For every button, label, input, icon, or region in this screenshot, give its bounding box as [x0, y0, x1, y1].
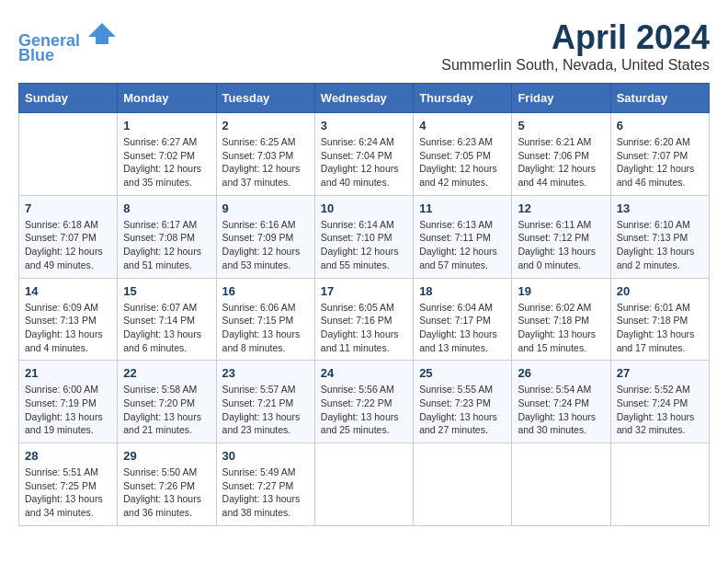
- day-info: Sunrise: 6:05 AM Sunset: 7:16 PM Dayligh…: [321, 301, 407, 355]
- week-row-5: 28Sunrise: 5:51 AM Sunset: 7:25 PM Dayli…: [19, 443, 710, 526]
- calendar-cell: 1Sunrise: 6:27 AM Sunset: 7:02 PM Daylig…: [118, 113, 216, 196]
- calendar-cell: 4Sunrise: 6:23 AM Sunset: 7:05 PM Daylig…: [414, 113, 512, 196]
- day-info: Sunrise: 6:24 AM Sunset: 7:04 PM Dayligh…: [321, 135, 407, 190]
- calendar-cell: 29Sunrise: 5:50 AM Sunset: 7:26 PM Dayli…: [118, 443, 216, 526]
- day-number: 22: [123, 366, 210, 380]
- day-number: 21: [25, 366, 111, 380]
- day-number: 9: [222, 201, 309, 215]
- calendar-cell: [414, 443, 512, 526]
- day-number: 23: [222, 366, 309, 380]
- day-info: Sunrise: 6:00 AM Sunset: 7:19 PM Dayligh…: [25, 383, 111, 437]
- day-number: 30: [222, 449, 309, 463]
- calendar-cell: 16Sunrise: 6:06 AM Sunset: 7:15 PM Dayli…: [216, 278, 314, 361]
- calendar-cell: 7Sunrise: 6:18 AM Sunset: 7:07 PM Daylig…: [19, 195, 118, 278]
- logo-icon: [88, 18, 116, 46]
- day-info: Sunrise: 5:55 AM Sunset: 7:23 PM Dayligh…: [419, 383, 506, 437]
- week-row-3: 14Sunrise: 6:09 AM Sunset: 7:13 PM Dayli…: [19, 278, 710, 361]
- day-number: 5: [518, 119, 604, 132]
- day-info: Sunrise: 6:18 AM Sunset: 7:07 PM Dayligh…: [25, 218, 111, 272]
- calendar-cell: 28Sunrise: 5:51 AM Sunset: 7:25 PM Dayli…: [19, 443, 118, 526]
- day-number: 3: [321, 119, 407, 132]
- day-info: Sunrise: 6:10 AM Sunset: 7:13 PM Dayligh…: [617, 218, 703, 272]
- calendar-cell: 5Sunrise: 6:21 AM Sunset: 7:06 PM Daylig…: [512, 113, 610, 196]
- logo: General Blue: [18, 18, 116, 65]
- calendar-cell: 20Sunrise: 6:01 AM Sunset: 7:18 PM Dayli…: [610, 278, 709, 361]
- day-info: Sunrise: 6:21 AM Sunset: 7:06 PM Dayligh…: [518, 135, 604, 190]
- svg-marker-0: [88, 23, 116, 44]
- day-number: 18: [419, 284, 506, 298]
- calendar-cell: 14Sunrise: 6:09 AM Sunset: 7:13 PM Dayli…: [19, 278, 118, 361]
- day-info: Sunrise: 5:57 AM Sunset: 7:21 PM Dayligh…: [222, 383, 309, 437]
- day-number: 16: [222, 284, 309, 298]
- calendar-cell: 9Sunrise: 6:16 AM Sunset: 7:09 PM Daylig…: [216, 195, 314, 278]
- day-info: Sunrise: 6:11 AM Sunset: 7:12 PM Dayligh…: [518, 218, 604, 272]
- calendar-cell: 12Sunrise: 6:11 AM Sunset: 7:12 PM Dayli…: [512, 195, 610, 278]
- day-number: 8: [123, 201, 210, 215]
- day-number: 4: [419, 119, 506, 132]
- day-info: Sunrise: 6:25 AM Sunset: 7:03 PM Dayligh…: [222, 135, 309, 190]
- calendar-cell: 19Sunrise: 6:02 AM Sunset: 7:18 PM Dayli…: [512, 278, 610, 361]
- day-number: 6: [617, 119, 703, 132]
- day-number: 2: [222, 119, 309, 132]
- day-number: 14: [25, 284, 111, 298]
- calendar-cell: 17Sunrise: 6:05 AM Sunset: 7:16 PM Dayli…: [314, 278, 413, 361]
- day-info: Sunrise: 6:20 AM Sunset: 7:07 PM Dayligh…: [617, 135, 703, 190]
- weekday-header-thursday: Thursday: [414, 84, 512, 113]
- calendar-cell: 25Sunrise: 5:55 AM Sunset: 7:23 PM Dayli…: [414, 361, 512, 443]
- day-number: 12: [518, 201, 604, 215]
- day-info: Sunrise: 6:23 AM Sunset: 7:05 PM Dayligh…: [419, 135, 506, 190]
- day-number: 1: [123, 119, 210, 132]
- day-info: Sunrise: 6:01 AM Sunset: 7:18 PM Dayligh…: [617, 301, 703, 355]
- calendar-cell: 23Sunrise: 5:57 AM Sunset: 7:21 PM Dayli…: [216, 361, 314, 443]
- day-info: Sunrise: 6:06 AM Sunset: 7:15 PM Dayligh…: [222, 301, 309, 355]
- day-number: 26: [518, 366, 604, 380]
- calendar-cell: 21Sunrise: 6:00 AM Sunset: 7:19 PM Dayli…: [19, 361, 118, 443]
- week-row-2: 7Sunrise: 6:18 AM Sunset: 7:07 PM Daylig…: [19, 195, 710, 278]
- week-row-1: 1Sunrise: 6:27 AM Sunset: 7:02 PM Daylig…: [19, 113, 710, 196]
- calendar-cell: 3Sunrise: 6:24 AM Sunset: 7:04 PM Daylig…: [314, 113, 413, 196]
- day-info: Sunrise: 6:13 AM Sunset: 7:11 PM Dayligh…: [419, 218, 506, 272]
- day-info: Sunrise: 5:58 AM Sunset: 7:20 PM Dayligh…: [123, 383, 210, 437]
- weekday-header-monday: Monday: [118, 84, 216, 113]
- calendar-cell: 30Sunrise: 5:49 AM Sunset: 7:27 PM Dayli…: [216, 443, 314, 526]
- calendar-cell: 15Sunrise: 6:07 AM Sunset: 7:14 PM Dayli…: [118, 278, 216, 361]
- weekday-header-sunday: Sunday: [19, 84, 118, 113]
- calendar-cell: 8Sunrise: 6:17 AM Sunset: 7:08 PM Daylig…: [118, 195, 216, 278]
- day-number: 13: [617, 201, 703, 215]
- calendar-cell: 13Sunrise: 6:10 AM Sunset: 7:13 PM Dayli…: [610, 195, 709, 278]
- weekday-header-wednesday: Wednesday: [314, 84, 413, 113]
- day-info: Sunrise: 5:52 AM Sunset: 7:24 PM Dayligh…: [617, 383, 703, 437]
- day-info: Sunrise: 6:16 AM Sunset: 7:09 PM Dayligh…: [222, 218, 309, 272]
- day-info: Sunrise: 5:54 AM Sunset: 7:24 PM Dayligh…: [518, 383, 604, 437]
- calendar-cell: 26Sunrise: 5:54 AM Sunset: 7:24 PM Dayli…: [512, 361, 610, 443]
- day-number: 27: [617, 366, 703, 380]
- day-info: Sunrise: 6:14 AM Sunset: 7:10 PM Dayligh…: [321, 218, 407, 272]
- day-number: 19: [518, 284, 604, 298]
- page-header: General Blue April 2024 Summerlin South,…: [18, 18, 710, 74]
- week-row-4: 21Sunrise: 6:00 AM Sunset: 7:19 PM Dayli…: [19, 361, 710, 443]
- day-info: Sunrise: 5:56 AM Sunset: 7:22 PM Dayligh…: [321, 383, 407, 437]
- calendar-table: SundayMondayTuesdayWednesdayThursdayFrid…: [18, 83, 710, 526]
- weekday-header-friday: Friday: [512, 84, 610, 113]
- day-info: Sunrise: 6:04 AM Sunset: 7:17 PM Dayligh…: [419, 301, 506, 355]
- day-info: Sunrise: 6:07 AM Sunset: 7:14 PM Dayligh…: [123, 301, 210, 355]
- day-number: 24: [321, 366, 407, 380]
- day-info: Sunrise: 6:27 AM Sunset: 7:02 PM Dayligh…: [123, 135, 210, 190]
- day-info: Sunrise: 5:51 AM Sunset: 7:25 PM Dayligh…: [25, 465, 111, 520]
- calendar-cell: 11Sunrise: 6:13 AM Sunset: 7:11 PM Dayli…: [414, 195, 512, 278]
- weekday-header-row: SundayMondayTuesdayWednesdayThursdayFrid…: [19, 84, 710, 113]
- day-info: Sunrise: 5:49 AM Sunset: 7:27 PM Dayligh…: [222, 465, 309, 520]
- calendar-cell: 18Sunrise: 6:04 AM Sunset: 7:17 PM Dayli…: [414, 278, 512, 361]
- day-number: 29: [123, 449, 210, 463]
- calendar-cell: 24Sunrise: 5:56 AM Sunset: 7:22 PM Dayli…: [314, 361, 413, 443]
- day-number: 20: [617, 284, 703, 298]
- day-number: 28: [25, 449, 111, 463]
- calendar-cell: [314, 443, 413, 526]
- day-info: Sunrise: 6:09 AM Sunset: 7:13 PM Dayligh…: [25, 301, 111, 355]
- day-number: 11: [419, 201, 506, 215]
- calendar-cell: 2Sunrise: 6:25 AM Sunset: 7:03 PM Daylig…: [216, 113, 314, 196]
- month-title: April 2024: [441, 18, 710, 57]
- weekday-header-tuesday: Tuesday: [216, 84, 314, 113]
- calendar-cell: 22Sunrise: 5:58 AM Sunset: 7:20 PM Dayli…: [118, 361, 216, 443]
- calendar-cell: [512, 443, 610, 526]
